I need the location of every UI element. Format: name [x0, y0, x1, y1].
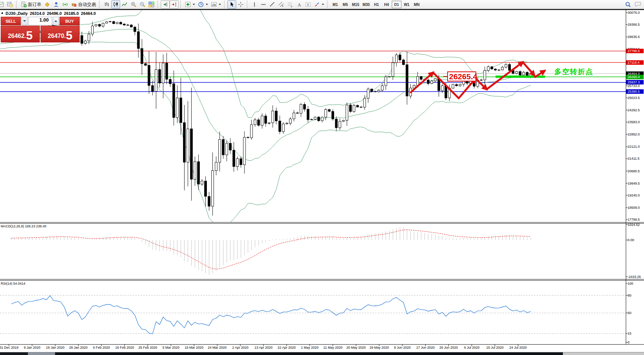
channel-icon: E	[278, 1, 284, 7]
price-tick-label: 18509.0	[628, 206, 640, 210]
autotrading-button[interactable]: 自动交易	[70, 0, 97, 9]
timeframe-m1[interactable]: M1	[330, 1, 340, 8]
metaeditor-button[interactable]	[43, 0, 52, 9]
zoom-in-button[interactable]	[129, 0, 138, 9]
chevron-down-icon	[206, 4, 208, 5]
price-line-label: 27796.5	[626, 49, 644, 53]
buy-price-big-digit: 5	[66, 30, 73, 41]
arrows-button[interactable]	[313, 0, 326, 9]
chart-canvas[interactable]: 26265.4	[0, 10, 644, 355]
timeframe-m15[interactable]: M15	[350, 1, 361, 8]
rsi-tick-label: 80	[628, 294, 631, 297]
taskbar-sliver	[0, 352, 644, 355]
signals-button[interactable]	[61, 0, 70, 9]
crosshair-button[interactable]	[236, 0, 245, 9]
date-tick-label: 28 Jan 2020	[69, 346, 88, 349]
volume-increase-button[interactable]	[53, 17, 59, 25]
timeframe-mn[interactable]: MN	[412, 1, 422, 8]
date-tick-label: 1 May 2020	[301, 346, 318, 349]
metaeditor-icon	[44, 1, 50, 7]
date-tick-label: 15 Jul 2020	[486, 346, 504, 349]
text-button[interactable]: A	[295, 0, 304, 9]
text-label-button[interactable]: T	[304, 0, 313, 9]
price-tick-label: 22852.0	[628, 132, 640, 136]
high-value: 26496.0	[47, 11, 62, 16]
chat-icon[interactable]	[634, 1, 642, 7]
periods-button[interactable]	[196, 0, 209, 9]
trading-terminal: 新订单 自动交易	[0, 0, 644, 355]
svg-text:A: A	[298, 2, 301, 7]
fibonacci-button[interactable]: F	[286, 0, 295, 9]
taskbar-segment	[0, 352, 28, 355]
date-tick-label: 8 Jun 2020	[394, 346, 411, 349]
triangle-up-icon	[54, 20, 57, 22]
timeframe-toolbar: M1M5M15M30H1H4D1W1MN	[330, 1, 422, 8]
vertical-line-button[interactable]	[250, 0, 259, 9]
new-chart-button[interactable]	[0, 0, 6, 9]
indicators-button[interactable]	[183, 0, 196, 9]
macd-tick-label: 0.00	[628, 238, 634, 242]
macd-tick-label: -2433.25	[628, 275, 641, 279]
new-order-button[interactable]: 新订单	[19, 0, 43, 9]
timeframe-m30[interactable]: M30	[361, 1, 371, 8]
auto-scroll-button[interactable]	[161, 0, 170, 9]
tile-windows-button[interactable]	[147, 0, 156, 9]
volume-decrease-button[interactable]	[22, 17, 28, 25]
profiles-button[interactable]	[6, 0, 15, 9]
svg-text:26265.4: 26265.4	[449, 72, 477, 81]
date-tick-label: 15 Mar 2020	[185, 346, 204, 349]
bar-chart-button[interactable]	[102, 0, 111, 9]
price-line-label: 26265.4	[626, 75, 644, 79]
new-order-icon	[21, 1, 27, 7]
cursor-button[interactable]	[227, 0, 236, 9]
zoom-out-icon	[140, 1, 145, 7]
toolbar-separator	[224, 1, 227, 8]
horizontal-line-button[interactable]	[259, 0, 268, 9]
line-chart-button[interactable]	[120, 0, 129, 9]
autotrading-label: 自动交易	[78, 1, 96, 8]
rsi-tick-label: 50	[628, 311, 631, 315]
date-tick-label: 31 Dec 2019	[0, 346, 19, 349]
fibonacci-icon: F	[287, 1, 293, 7]
toolbar-separator	[327, 1, 330, 8]
symbol-period-label: DJ30-,Daily	[6, 11, 28, 16]
timeframe-m5[interactable]: M5	[340, 1, 350, 8]
collapse-triangle-icon[interactable]	[1, 12, 4, 15]
timeframe-h4[interactable]: H4	[382, 1, 391, 8]
new-chart-icon	[0, 1, 4, 7]
date-tick-label: 16 Feb 2020	[115, 346, 134, 349]
open-value: 26314.0	[30, 11, 45, 16]
candlestick-button[interactable]	[111, 0, 120, 9]
trendline-button[interactable]	[268, 0, 277, 9]
price-tick-label: 28635.5	[628, 35, 640, 39]
date-tick-label: 22 Apr 2020	[278, 346, 296, 349]
macd-tick-label: 1024.52	[628, 223, 640, 227]
trendline-icon	[269, 1, 275, 7]
buy-button[interactable]: BUY	[60, 17, 80, 25]
zoom-out-button[interactable]	[138, 0, 147, 9]
timeframe-w1[interactable]: W1	[402, 1, 411, 8]
experts-button[interactable]	[52, 0, 61, 9]
tile-windows-icon	[148, 1, 154, 7]
price-tick-label: 22121.0	[628, 145, 640, 148]
horizontal-line-icon	[260, 1, 266, 7]
periods-icon	[198, 1, 204, 7]
search-icon[interactable]	[625, 1, 631, 8]
channel-button[interactable]: E	[277, 0, 286, 9]
templates-button[interactable]	[209, 0, 222, 9]
date-tick-label: 11 May 2020	[323, 346, 342, 349]
chart-shift-button[interactable]	[170, 0, 179, 9]
timeframe-h1[interactable]: H1	[372, 1, 381, 8]
toolbar-separator	[16, 1, 19, 8]
price-line-label: 25937.3	[626, 80, 644, 84]
timeframe-d1[interactable]: D1	[392, 1, 401, 8]
sell-button[interactable]: SELL	[1, 17, 21, 25]
price-tick-label: 20680.5	[628, 169, 640, 173]
date-tick-label: 24 Jul 2020	[509, 346, 527, 349]
date-tick-label: 29 May 2020	[369, 346, 389, 349]
price-tick-label: 30076.0	[628, 11, 640, 15]
volume-input[interactable]: 1.00	[28, 17, 52, 25]
sell-price-display[interactable]: 26462.5	[1, 26, 40, 42]
buy-price-main: 26470.	[48, 31, 66, 41]
buy-price-display[interactable]: 26470.5	[41, 26, 80, 42]
